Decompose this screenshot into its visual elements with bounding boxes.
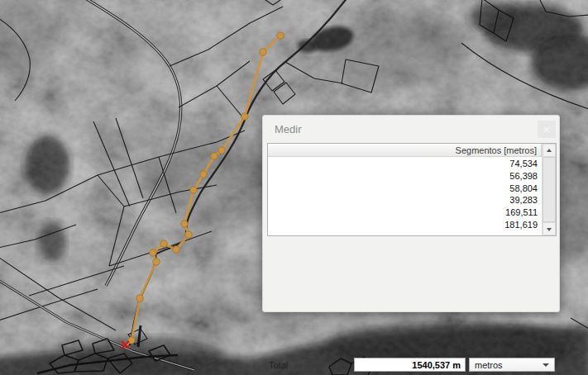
segment-value: 58,804 xyxy=(268,183,538,195)
segments-table[interactable]: Segmentos [metros] 74,534 56,398 58,804 … xyxy=(267,143,557,236)
measure-vertex-dot xyxy=(241,113,248,120)
measure-vertex-dot xyxy=(128,337,135,344)
segments-column-header: Segmentos [metros] xyxy=(268,144,542,157)
measure-vertex-dot xyxy=(211,153,218,159)
measure-vertex-dot xyxy=(160,240,167,247)
measure-vertex-dot xyxy=(185,231,192,238)
measure-vertex-dot xyxy=(136,295,143,301)
measure-vertex-dot xyxy=(153,259,160,265)
total-value-field[interactable] xyxy=(354,358,466,372)
measure-vertex-dot xyxy=(218,147,225,154)
measure-vertex-dot xyxy=(150,249,156,256)
measure-vertex-dot xyxy=(181,221,188,227)
measure-vertex-dot xyxy=(200,171,207,178)
scroll-down-icon[interactable] xyxy=(543,222,556,235)
dialog-title: Medir xyxy=(275,123,302,135)
segment-value: 56,398 xyxy=(268,170,538,183)
unit-selected-value: metros xyxy=(475,360,503,370)
measure-vertex-dot xyxy=(260,49,266,55)
measure-dialog: Medir × Segmentos [metros] 74,534 56,398… xyxy=(262,115,560,312)
unit-dropdown[interactable]: metros xyxy=(469,358,555,372)
segment-value: 169,511 xyxy=(268,206,538,219)
measure-vertex-dot xyxy=(190,187,197,193)
table-scrollbar[interactable] xyxy=(542,144,556,235)
segments-rows: 74,534 56,398 58,804 39,283 169,511 181,… xyxy=(268,158,542,235)
measure-vertex-dot xyxy=(173,246,179,253)
scroll-up-icon[interactable] xyxy=(543,144,556,157)
segment-value: 74,534 xyxy=(268,158,538,170)
segment-value: 39,283 xyxy=(268,194,538,206)
scrollbar-thumb[interactable] xyxy=(543,157,556,222)
total-label: Total xyxy=(269,360,288,370)
close-icon[interactable]: × xyxy=(538,121,556,138)
chevron-down-icon xyxy=(543,363,549,367)
measure-vertex-dot xyxy=(277,32,284,39)
segment-value: 181,619 xyxy=(268,219,538,231)
